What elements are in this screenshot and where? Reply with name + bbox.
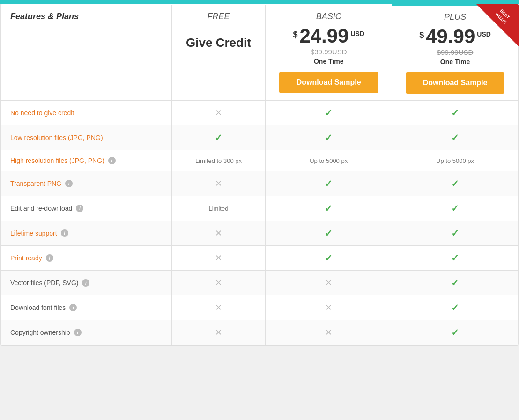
cross-icon: ✕	[325, 328, 332, 337]
pricing-table-wrapper: BESTVALUE Features & Plans FREE Give Cre…	[0, 4, 519, 346]
cross-icon: ✕	[215, 179, 222, 188]
feature-name: Vector files (PDF, SVG)i	[10, 279, 167, 287]
info-icon[interactable]: i	[61, 229, 68, 237]
cross-icon: ✕	[325, 278, 332, 287]
feature-label: High resolution files (JPG, PNG)	[10, 157, 104, 164]
plus-feature-cell: ✓	[392, 271, 519, 295]
check-icon: ✓	[325, 228, 333, 238]
plus-feature-cell: Up to 5000 px	[392, 150, 519, 171]
basic-original-price: $39.99USD	[270, 48, 387, 56]
basic-download-button[interactable]: Download Sample	[279, 72, 378, 93]
free-feature-cell: ✕	[171, 271, 266, 295]
feature-label: Download font files	[10, 304, 66, 311]
feature-name-cell: Copyright ownershipi	[1, 320, 172, 345]
features-plans-label: Features & Plans	[10, 12, 79, 21]
basic-price-amount: 24.99	[299, 26, 348, 46]
feature-label: No need to give credit	[10, 109, 74, 117]
feature-label: Vector files (PDF, SVG)	[10, 279, 78, 287]
feature-name: Download font filesi	[10, 304, 167, 311]
check-icon: ✓	[215, 133, 222, 143]
basic-plan-label: BASIC	[270, 12, 387, 22]
free-feature-cell: ✕	[171, 320, 266, 345]
basic-feature-cell: Up to 5000 px	[266, 150, 392, 171]
basic-feature-cell: ✕	[266, 271, 392, 295]
limited-text: Limited	[209, 205, 229, 212]
check-icon: ✓	[325, 133, 333, 143]
cross-icon: ✕	[325, 303, 332, 312]
basic-feature-cell: ✓	[266, 171, 392, 196]
basic-dollar-sign: $	[293, 30, 297, 40]
basic-plan-header: BASIC $ 24.99 USD $39.99USD One Time Dow…	[266, 5, 392, 101]
check-icon: ✓	[451, 203, 459, 214]
feature-name: Print readyi	[10, 254, 167, 262]
check-icon: ✓	[325, 203, 333, 214]
basic-frequency: One Time	[270, 58, 387, 65]
table-row: Vector files (PDF, SVG)i✕✕✓	[1, 271, 519, 295]
plus-feature-cell: ✓	[392, 246, 519, 271]
cross-icon: ✕	[215, 253, 222, 263]
feature-name: Transparent PNGi	[10, 180, 167, 187]
free-feature-cell: ✕	[171, 295, 266, 320]
feature-label: Lifetime support	[10, 229, 57, 237]
plus-original-price: $99.99USD	[397, 48, 513, 56]
plans-header-row: Features & Plans FREE Give Credit BASIC …	[1, 5, 519, 101]
feature-name-cell: Download font filesi	[1, 295, 172, 320]
feature-label: Transparent PNG	[10, 180, 61, 187]
free-feature-cell: ✕	[171, 246, 266, 271]
feature-name-cell: Low resolution files (JPG, PNG)	[1, 125, 172, 150]
check-icon: ✓	[451, 302, 459, 313]
check-icon: ✓	[451, 228, 459, 238]
cross-icon: ✕	[215, 228, 222, 238]
info-icon[interactable]: i	[74, 329, 82, 336]
info-icon[interactable]: i	[65, 180, 73, 187]
feature-label: Copyright ownership	[10, 329, 70, 336]
check-icon: ✓	[451, 178, 459, 189]
top-bar	[0, 0, 519, 4]
cross-icon: ✕	[215, 108, 222, 118]
free-plan-label: FREE	[177, 12, 261, 22]
cross-icon: ✕	[215, 303, 222, 312]
plus-download-button[interactable]: Download Sample	[406, 72, 505, 94]
basic-feature-cell: ✕	[266, 320, 392, 345]
ribbon-text: BESTVALUE	[489, 4, 517, 30]
check-icon: ✓	[451, 108, 459, 118]
plus-feature-cell: ✓	[392, 125, 519, 150]
pricing-table: Features & Plans FREE Give Credit BASIC …	[0, 4, 519, 345]
info-icon[interactable]: i	[69, 304, 77, 311]
limited-text: Up to 5000 px	[310, 157, 348, 164]
check-icon: ✓	[451, 133, 459, 143]
plus-price-amount: 49.99	[426, 27, 475, 46]
feature-name-cell: Transparent PNGi	[1, 171, 172, 196]
check-icon: ✓	[325, 253, 333, 263]
basic-feature-cell: ✓	[266, 196, 392, 221]
check-icon: ✓	[325, 178, 333, 189]
free-feature-cell: Limited to 300 px	[171, 150, 266, 171]
basic-currency: USD	[351, 30, 365, 37]
info-icon[interactable]: i	[46, 254, 53, 262]
feature-name-cell: No need to give credit	[1, 101, 172, 125]
plus-feature-cell: ✓	[392, 320, 519, 345]
plus-feature-cell: ✓	[392, 295, 519, 320]
info-icon[interactable]: i	[82, 279, 89, 287]
table-row: High resolution files (JPG, PNG)iLimited…	[1, 150, 519, 171]
table-row: Lifetime supporti✕✓✓	[1, 221, 519, 246]
info-icon[interactable]: i	[76, 205, 83, 212]
feature-name: No need to give credit	[10, 109, 167, 117]
feature-label: Edit and re-download	[10, 205, 72, 212]
feature-name-cell: Lifetime supporti	[1, 221, 172, 246]
check-icon: ✓	[451, 253, 459, 263]
plus-feature-cell: ✓	[392, 196, 519, 221]
table-row: No need to give credit✕✓✓	[1, 101, 519, 125]
feature-name-cell: High resolution files (JPG, PNG)i	[1, 150, 172, 171]
table-row: Transparent PNGi✕✓✓	[1, 171, 519, 196]
check-icon: ✓	[451, 327, 459, 338]
plus-feature-cell: ✓	[392, 101, 519, 125]
features-plans-header: Features & Plans	[1, 5, 172, 101]
limited-text: Limited to 300 px	[195, 157, 242, 164]
feature-name-cell: Vector files (PDF, SVG)i	[1, 271, 172, 295]
free-feature-cell: ✕	[171, 221, 266, 246]
basic-feature-cell: ✕	[266, 295, 392, 320]
feature-label: Low resolution files (JPG, PNG)	[10, 134, 103, 141]
info-icon[interactable]: i	[108, 157, 116, 164]
free-plan-header: FREE Give Credit	[171, 5, 266, 101]
